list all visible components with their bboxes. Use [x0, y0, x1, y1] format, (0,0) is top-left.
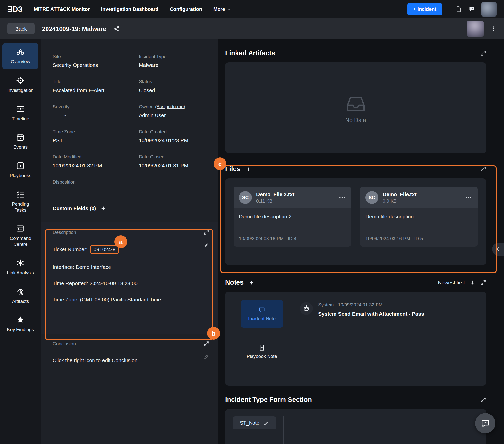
incident-note-tab[interactable]: Incident Note: [241, 300, 283, 328]
file-size: 0.11 KB: [256, 198, 334, 204]
sidebar-item-key-findings[interactable]: Key Findings: [2, 311, 38, 337]
file-menu-icon[interactable]: [465, 194, 472, 201]
fingerprint-icon: [16, 287, 25, 296]
form-section-card: ST_Note: [225, 409, 486, 444]
file-tile[interactable]: SC Demo_File.txt 0.9 KB Demo file descri…: [360, 187, 478, 247]
playbook-note-tab[interactable]: Playbook Note: [247, 344, 277, 359]
st-note-button[interactable]: ST_Note: [233, 416, 276, 429]
user-avatar[interactable]: [481, 2, 497, 17]
document-icon[interactable]: [455, 6, 462, 13]
ticket-number-value: 091024-8 a: [90, 245, 119, 254]
edit-conclusion-icon[interactable]: [203, 354, 209, 360]
note-entry: System · 10/09/2024 01:32 PM System Send…: [300, 300, 424, 377]
edit-description-icon[interactable]: [203, 242, 209, 248]
play-square-icon: [16, 161, 25, 170]
right-panel: Linked Artifacts No Data Files SC: [218, 39, 504, 444]
nav-investigation-dashboard[interactable]: Investigation Dashboard: [101, 6, 158, 12]
custom-fields-label: Custom Fields (0): [53, 205, 96, 211]
annotation-marker-b: b: [207, 327, 220, 340]
field-date-modified: Date Modified 10/09/2024 01:32 PM: [53, 154, 134, 168]
sidebar-item-playbooks[interactable]: Playbooks: [2, 157, 38, 183]
file-name: Demo_File.txt: [383, 191, 460, 197]
sort-direction-icon[interactable]: [470, 280, 475, 285]
empty-inbox-icon: [343, 92, 368, 113]
terminal-icon: [16, 224, 25, 233]
sidebar-item-command-centre[interactable]: Command Centre: [2, 220, 38, 252]
field-date-closed: Date Closed 10/09/2024 01:31 PM: [139, 154, 206, 168]
assignee-avatar[interactable]: [467, 21, 484, 37]
conclusion-section: Conclusion Click the right icon to edit …: [41, 334, 218, 373]
network-icon: [16, 259, 25, 267]
sidebar-item-pending-tasks[interactable]: Pending Tasks: [2, 185, 38, 217]
field-time-zone: Time Zone PST: [53, 129, 134, 143]
add-note-button[interactable]: [249, 280, 254, 285]
sidebar-item-link-analysis[interactable]: Link Analysis: [2, 254, 38, 280]
note-text: System Send Email with Attachment - Pass: [318, 311, 424, 317]
nav-more[interactable]: More: [213, 6, 232, 12]
nav-mitre-attack-monitor[interactable]: MITRE ATT&CK Monitor: [34, 6, 90, 12]
expand-icon[interactable]: [480, 397, 486, 403]
notes-header: Notes Newest first: [225, 279, 486, 286]
edit-icon: [263, 420, 269, 426]
file-tile[interactable]: SC Demo_File 2.txt 0.11 KB Demo file des…: [234, 187, 351, 247]
linked-artifacts-header: Linked Artifacts: [225, 50, 486, 57]
expand-icon[interactable]: [203, 229, 209, 235]
field-title: Title Escalated from E-Alert: [53, 79, 134, 93]
new-incident-button[interactable]: + Incident: [407, 3, 442, 15]
incident-details-panel: Site Security Operations Incident Type M…: [41, 39, 218, 444]
files-header: Files: [225, 165, 486, 173]
description-line: Interface: Demo Interface: [53, 264, 206, 270]
toolbar-separator: [449, 5, 449, 14]
chat-icon[interactable]: [468, 6, 475, 13]
add-custom-field-button[interactable]: [100, 205, 106, 211]
expand-icon[interactable]: [480, 166, 486, 172]
chat-fab-button[interactable]: [475, 413, 495, 433]
expand-icon[interactable]: [480, 50, 486, 56]
calendar-icon: [16, 133, 25, 142]
form-section-header: Incident Type Form Section: [225, 396, 486, 404]
file-description: Demo file description 2: [239, 214, 346, 220]
sidebar-item-investigation[interactable]: Investigation: [2, 71, 38, 98]
field-incident-type: Incident Type Malware: [139, 54, 206, 68]
incident-fields: Site Security Operations Incident Type M…: [53, 54, 206, 194]
file-description: Demo file description: [365, 214, 472, 220]
note-meta: System · 10/09/2024 01:32 PM: [318, 302, 424, 307]
timeline-icon: [16, 105, 25, 113]
linked-artifacts-card: No Data: [225, 62, 486, 153]
playbook-note-icon: [258, 344, 266, 351]
field-owner: Owner (Assign to me) Admin User: [139, 104, 206, 118]
sidebar-item-events[interactable]: Events: [2, 128, 38, 155]
back-button[interactable]: Back: [7, 23, 35, 35]
nav-configuration[interactable]: Configuration: [170, 6, 202, 12]
chevron-down-icon: [227, 7, 232, 12]
ticket-number-line: Ticket Number: 091024-8 a: [53, 245, 206, 254]
incident-title: 20241009-19: Malware: [42, 25, 106, 33]
sidebar-item-artifacts[interactable]: Artifacts: [2, 283, 38, 309]
annotation-marker-a: a: [114, 235, 127, 248]
file-name: Demo_File 2.txt: [256, 191, 334, 197]
top-nav: ƎD3 MITRE ATT&CK Monitor Investigation D…: [0, 0, 504, 18]
file-owner-avatar: SC: [239, 191, 252, 204]
collapse-panel-button[interactable]: [492, 243, 504, 256]
note-bubble-icon: [258, 306, 265, 313]
expand-icon[interactable]: [480, 279, 486, 285]
files-card: SC Demo_File 2.txt 0.11 KB Demo file des…: [225, 178, 486, 265]
description-line: Time Reported: 2024-10-09 13:23:00: [53, 280, 206, 286]
add-file-button[interactable]: [245, 166, 251, 172]
sidebar-item-overview[interactable]: Overview: [2, 43, 38, 69]
share-icon[interactable]: [114, 26, 120, 32]
field-site: Site Security Operations: [53, 54, 134, 68]
file-menu-icon[interactable]: [338, 194, 346, 201]
file-size: 0.9 KB: [383, 198, 460, 204]
more-options-icon[interactable]: [490, 26, 497, 32]
file-owner-avatar: SC: [365, 191, 378, 204]
description-line: Time Zone: (GMT-08:00) Pacific Standard …: [53, 297, 206, 302]
assign-to-me-link[interactable]: (Assign to me): [155, 104, 185, 109]
files-title: Files: [225, 165, 240, 173]
star-icon: [16, 315, 25, 324]
sort-label[interactable]: Newest first: [438, 280, 465, 285]
file-meta: 10/09/2024 03:16 PM · ID 5: [365, 236, 472, 241]
binoculars-icon: [16, 48, 25, 56]
sidebar-item-timeline[interactable]: Timeline: [2, 100, 38, 126]
expand-icon[interactable]: [203, 341, 209, 347]
